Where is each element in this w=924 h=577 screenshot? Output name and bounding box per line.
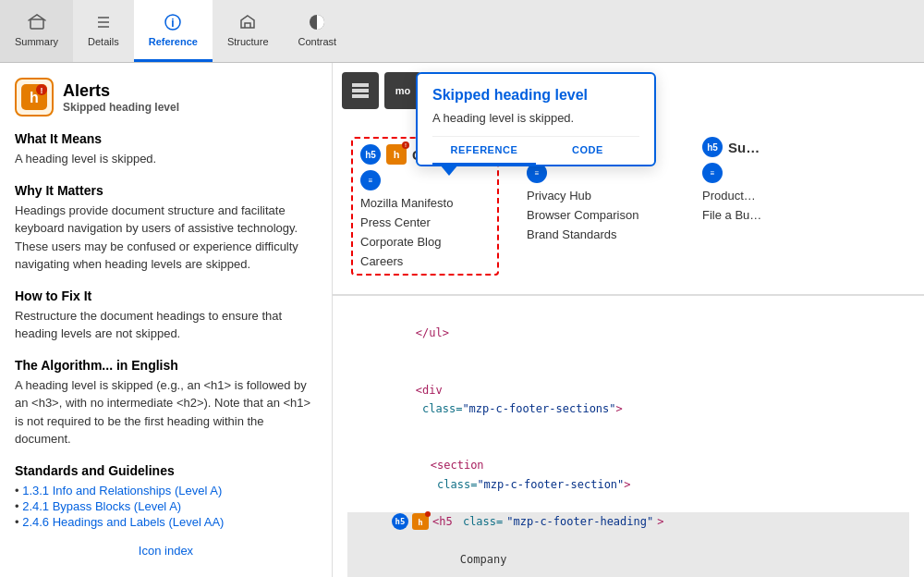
right-panel: mo Skipped heading level A heading level…	[333, 63, 924, 577]
support-link-2: File a Bu…	[702, 208, 850, 222]
support-heading-text: Su…	[728, 140, 760, 155]
tooltip-popup: Skipped heading level A heading level is…	[416, 72, 656, 166]
code-h5-badge: h5	[392, 513, 408, 530]
section-what-it-means-title: What It Means	[15, 131, 317, 146]
tooltip-tabs: REFERENCE CODE	[432, 136, 639, 165]
section-why-it-matters-body: Headings provide document structure and …	[15, 202, 317, 274]
tooltip-tab-code[interactable]: CODE	[536, 137, 639, 165]
list-badge-support: ≡	[702, 163, 723, 183]
svg-text:h: h	[418, 518, 422, 527]
company-link-3: Corporate Blog	[360, 235, 490, 249]
section-how-to-fix-body: Restructure the document headings to ens…	[15, 307, 317, 343]
tab-summary[interactable]: Summary	[0, 0, 73, 62]
tab-contrast-label: Contrast	[298, 36, 337, 47]
footer-section-support: h5 Su… ≡ Product… File a Bu…	[702, 137, 850, 222]
tab-summary-label: Summary	[15, 36, 58, 47]
alert-header: h ! Alerts Skipped heading level	[15, 78, 317, 117]
tab-reference[interactable]: i Reference	[134, 0, 213, 62]
list-icon	[93, 12, 114, 32]
resources-link-3: Brand Standards	[527, 227, 675, 241]
alert-subtitle: Skipped heading level	[63, 101, 179, 114]
tooltip-tab-reference[interactable]: REFERENCE	[432, 137, 536, 165]
list-item: 2.4.6 Headings and Labels (Level AA)	[15, 515, 317, 529]
code-line-2: <div class="mzp-c-footer-sections">	[347, 362, 909, 437]
alert-icon: h !	[15, 78, 54, 117]
svg-rect-0	[30, 19, 43, 29]
tab-reference-label: Reference	[149, 36, 198, 47]
support-list-row: ≡	[702, 163, 850, 183]
support-heading-row: h5 Su…	[702, 137, 850, 157]
icon-index-link[interactable]: Icon index	[15, 544, 317, 558]
tooltip-arrow	[440, 165, 458, 176]
h5-badge-support: h5	[702, 137, 723, 157]
svg-text:h: h	[394, 149, 400, 160]
tab-structure-label: Structure	[227, 36, 269, 47]
visual-area: mo Skipped heading level A heading level…	[333, 63, 924, 295]
company-link-1: Mozilla Manifesto	[360, 196, 490, 210]
section-algorithm-body: A heading level is skipped (e.g., an <h1…	[15, 376, 317, 448]
alert-badge-company: h !	[386, 144, 407, 165]
section-algorithm-title: The Algorithm... in English	[15, 358, 317, 373]
standards-link-list: 1.3.1 Info and Relationships (Level A) 2…	[15, 484, 317, 529]
resources-link-2: Browser Comparison	[527, 208, 675, 222]
alert-title: Alerts	[63, 81, 179, 101]
section-what-it-means-body: A heading level is skipped.	[15, 150, 317, 168]
contrast-icon	[307, 12, 327, 32]
standard-link-3[interactable]: 2.4.6 Headings and Labels (Level AA)	[22, 515, 224, 529]
section-how-to-fix-title: How to Fix It	[15, 288, 317, 303]
list-item: 2.4.1 Bypass Blocks (Level A)	[15, 499, 317, 513]
resources-link-1: Privacy Hub	[527, 189, 675, 203]
h5-badge-company: h5	[360, 144, 381, 165]
code-line-4: h5 h <h5 class="mzp-c-footer-heading">	[347, 512, 909, 531]
tab-details-label: Details	[88, 36, 119, 47]
company-link-2: Press Center	[360, 215, 490, 229]
code-line-1: </ul>	[347, 305, 909, 362]
support-link-1: Product…	[702, 189, 850, 203]
info-icon: i	[163, 12, 183, 32]
list-item: 1.3.1 Info and Relationships (Level A)	[15, 484, 317, 497]
site-icon	[342, 72, 379, 109]
svg-rect-13	[352, 94, 369, 98]
svg-rect-11	[352, 83, 369, 87]
tooltip-title: Skipped heading level	[432, 87, 639, 104]
alert-info: Alerts Skipped heading level	[63, 81, 179, 114]
company-link-4: Careers	[360, 254, 490, 268]
standard-link-1[interactable]: 1.3.1 Info and Relationships (Level A)	[22, 484, 222, 497]
section-standards-title: Standards and Guidelines	[15, 463, 317, 478]
list-badge-company: ≡	[360, 170, 381, 190]
section-why-it-matters-title: Why It Matters	[15, 183, 317, 198]
website-nav-partial: mo	[342, 72, 421, 109]
svg-text:i: i	[172, 17, 175, 30]
code-alert-badge: h	[412, 513, 429, 530]
tab-details[interactable]: Details	[73, 0, 134, 62]
structure-icon	[237, 12, 258, 32]
tooltip-description: A heading level is skipped.	[432, 111, 639, 125]
left-panel: h ! Alerts Skipped heading level What It…	[0, 63, 333, 577]
code-line-3: <section class="mzp-c-footer-section">	[347, 437, 909, 513]
standard-link-2[interactable]: 2.4.1 Bypass Blocks (Level A)	[22, 499, 181, 513]
code-area: </ul> <div class="mzp-c-footer-sections"…	[333, 295, 924, 577]
home-icon	[27, 12, 47, 32]
tab-contrast[interactable]: Contrast	[284, 0, 352, 62]
svg-text:!: !	[41, 86, 43, 95]
code-line-5: Company	[347, 532, 909, 577]
svg-rect-12	[352, 89, 369, 92]
toolbar: Summary Details i Reference Structur	[0, 0, 924, 63]
main-content: h ! Alerts Skipped heading level What It…	[0, 63, 924, 577]
company-list-row: ≡	[360, 170, 490, 190]
tab-structure[interactable]: Structure	[213, 0, 284, 62]
